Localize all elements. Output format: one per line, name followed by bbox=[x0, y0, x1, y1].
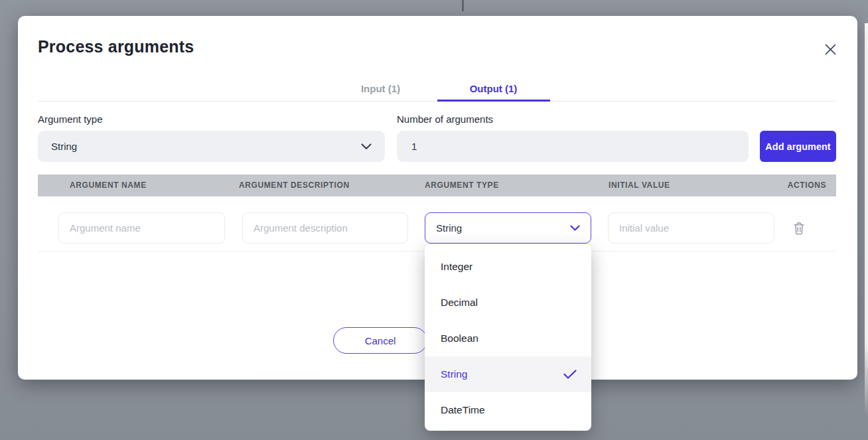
dialog-title: Process arguments bbox=[38, 37, 194, 56]
tab-output[interactable]: Output (1) bbox=[437, 78, 550, 102]
dropdown-option-datetime[interactable]: DateTime bbox=[425, 392, 591, 428]
argument-type-select[interactable]: String bbox=[38, 131, 385, 162]
chevron-down-icon bbox=[570, 225, 580, 231]
initial-value-input[interactable] bbox=[608, 212, 774, 244]
background-page-artifact bbox=[462, 0, 464, 11]
close-button[interactable] bbox=[820, 38, 841, 60]
column-header-argument-type: ARGUMENT TYPE bbox=[425, 181, 499, 190]
tab-bar: Input (1) Output (1) bbox=[38, 78, 836, 102]
delete-argument-button[interactable] bbox=[790, 219, 808, 238]
background-panel-edge bbox=[865, 23, 868, 415]
number-of-arguments-input[interactable] bbox=[397, 131, 749, 162]
argument-type-dropdown-menu: Integer Decimal Boolean String DateTime bbox=[425, 244, 591, 431]
column-header-initial-value: INITIAL VALUE bbox=[609, 181, 670, 190]
dropdown-option-boolean[interactable]: Boolean bbox=[425, 321, 591, 356]
argument-type-value: String bbox=[51, 141, 77, 152]
column-header-actions: ACTIONS bbox=[788, 181, 826, 190]
check-icon bbox=[563, 370, 577, 379]
column-header-argument-description: ARGUMENT DESCRIPTION bbox=[239, 181, 350, 190]
trash-icon bbox=[794, 222, 804, 235]
tab-input[interactable]: Input (1) bbox=[325, 78, 437, 102]
argument-name-input[interactable] bbox=[58, 212, 225, 244]
cancel-button[interactable]: Cancel bbox=[333, 327, 427, 354]
argument-type-row-select[interactable]: String bbox=[425, 212, 591, 244]
number-of-arguments-label: Number of arguments bbox=[397, 113, 493, 125]
column-header-argument-name: ARGUMENT NAME bbox=[70, 181, 147, 190]
dropdown-option-integer[interactable]: Integer bbox=[425, 249, 591, 285]
argument-type-label: Argument type bbox=[38, 113, 103, 125]
table-header: ARGUMENT NAME ARGUMENT DESCRIPTION ARGUM… bbox=[38, 175, 836, 196]
close-icon bbox=[825, 44, 836, 55]
dropdown-option-decimal[interactable]: Decimal bbox=[425, 285, 591, 321]
argument-description-input[interactable] bbox=[242, 212, 408, 244]
dropdown-option-string[interactable]: String bbox=[425, 356, 591, 392]
argument-type-row-value: String bbox=[436, 222, 462, 234]
chevron-down-icon bbox=[361, 143, 372, 150]
add-argument-button[interactable]: Add argument bbox=[760, 131, 836, 162]
